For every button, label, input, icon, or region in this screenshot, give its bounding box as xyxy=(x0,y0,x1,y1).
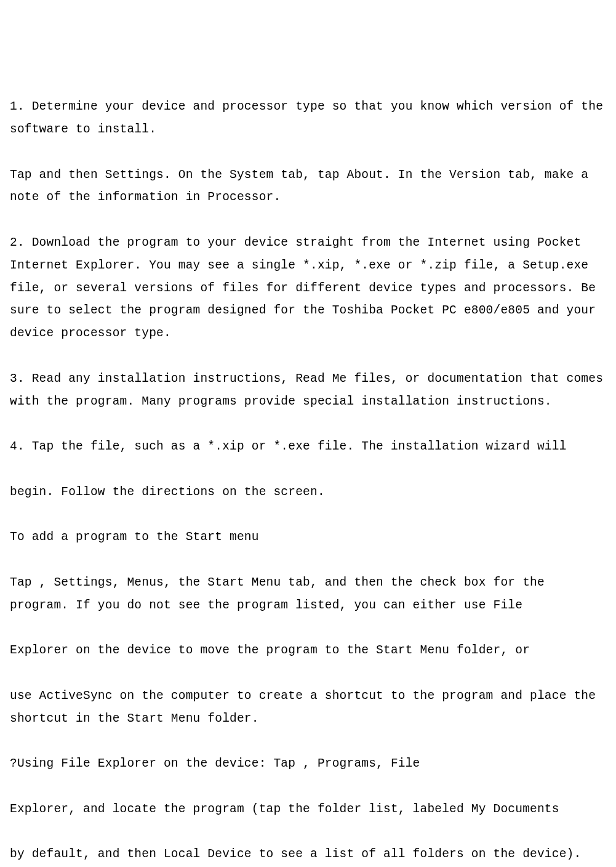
doc-text-line-7: To add a program to the Start menu xyxy=(10,526,606,549)
doc-text-line-4: 3. Read any installation instructions, R… xyxy=(10,368,606,413)
doc-text-line-9: Explorer on the device to move the progr… xyxy=(10,639,606,662)
doc-text-line-3: 2. Download the program to your device s… xyxy=(10,232,606,345)
doc-text-line-12: Explorer, and locate the program (tap th… xyxy=(10,798,606,821)
doc-text-line-13: by default, and then Local Device to see… xyxy=(10,843,606,867)
doc-text-line-8: Tap , Settings, Menus, the Start Menu ta… xyxy=(10,571,606,617)
doc-text-line-1: 1. Determine your device and processor t… xyxy=(10,95,606,141)
doc-text-line-2: Tap and then Settings. On the System tab… xyxy=(10,164,606,209)
doc-text-line-11: ?Using File Explorer on the device: Tap … xyxy=(10,752,606,775)
doc-text-line-6: begin. Follow the directions on the scre… xyxy=(10,481,606,504)
doc-text-line-5: 4. Tap the file, such as a *.xip or *.ex… xyxy=(10,435,606,458)
doc-text-line-10: use ActiveSync on the computer to create… xyxy=(10,685,606,730)
